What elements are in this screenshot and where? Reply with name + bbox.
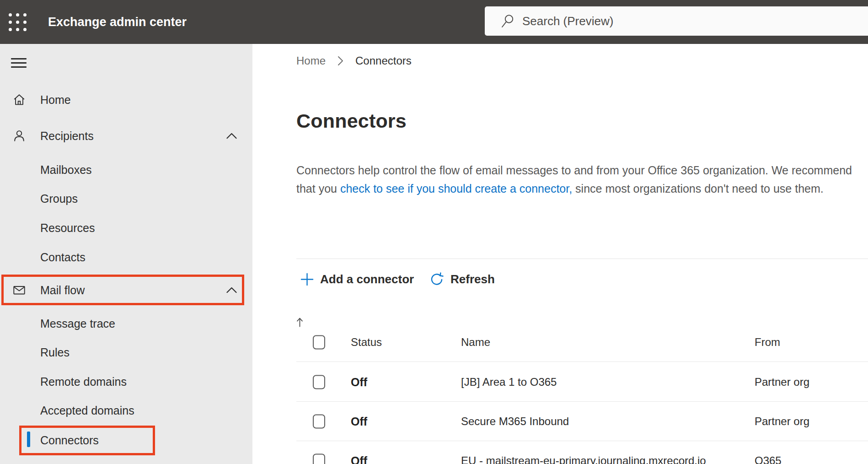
sidebar-item-label: Remote domains (40, 375, 127, 388)
sort-ascending-icon (296, 318, 868, 328)
sidebar-item-label: Recipients (40, 129, 94, 143)
sidebar-item-contacts[interactable]: Contacts (0, 246, 252, 268)
connector-status: Off (351, 454, 367, 464)
app-title: Exchange admin center (48, 0, 187, 44)
refresh-button[interactable]: Refresh (429, 269, 495, 289)
add-connector-label: Add a connector (320, 272, 414, 286)
column-header-name[interactable]: Name (461, 336, 490, 349)
description-text: since most organizations don't need to u… (572, 182, 824, 195)
main-content: Home Connectors Connectors Connectors he… (252, 44, 868, 464)
chevron-right-icon (338, 56, 343, 66)
sidebar-item-accepted-domains[interactable]: Accepted domains (0, 399, 252, 421)
screen: Exchange admin center (0, 0, 868, 464)
selected-indicator-bar (27, 432, 30, 447)
column-header-from[interactable]: From (755, 336, 780, 349)
sidebar-item-label: Home (40, 93, 71, 107)
page-title: Connectors (296, 110, 407, 132)
sidebar-item-label: Resources (40, 221, 95, 235)
plus-icon (300, 272, 314, 286)
breadcrumb: Home Connectors (296, 53, 412, 69)
sidebar-item-label: Rules (40, 346, 70, 359)
add-connector-button[interactable]: Add a connector (300, 269, 414, 289)
table-row[interactable]: Off EU - mailstream-eu-primary.journalin… (296, 441, 868, 464)
sidebar-item-mailboxes[interactable]: Mailboxes (0, 159, 252, 181)
search-icon (500, 14, 515, 28)
sidebar-item-resources[interactable]: Resources (0, 217, 252, 239)
refresh-icon (429, 271, 445, 287)
search-input[interactable] (522, 14, 842, 28)
select-all-checkbox[interactable] (313, 335, 325, 349)
sidebar-item-mail-flow[interactable]: Mail flow (0, 279, 252, 301)
column-header-status[interactable]: Status (351, 336, 382, 349)
app-launcher-button[interactable] (7, 12, 27, 32)
sidebar-item-label: Accepted domains (40, 404, 134, 417)
sidebar-item-recipients[interactable]: Recipients (0, 125, 252, 147)
sidebar-item-label: Mailboxes (40, 163, 92, 177)
sidebar: Home Recipients Mailboxes Groups Reso (0, 44, 252, 464)
row-checkbox[interactable] (313, 414, 325, 428)
global-search[interactable] (485, 6, 868, 36)
create-connector-check-link[interactable]: check to see if you should create a conn… (340, 182, 572, 195)
table-row[interactable]: Off [JB] Area 1 to O365 Partner org (296, 362, 868, 402)
row-checkbox[interactable] (313, 375, 325, 389)
table-row[interactable]: Off Secure M365 Inbound Partner org (296, 402, 868, 441)
refresh-label: Refresh (450, 272, 495, 286)
connector-name: [JB] Area 1 to O365 (461, 376, 557, 388)
connector-name: Secure M365 Inbound (461, 415, 569, 428)
sidebar-item-label: Connectors (40, 434, 99, 447)
breadcrumb-current: Connectors (355, 54, 412, 67)
chevron-up-icon (226, 133, 237, 140)
hamburger-menu-button[interactable] (11, 58, 27, 68)
home-icon (12, 93, 26, 107)
sidebar-item-home[interactable]: Home (0, 89, 252, 111)
topbar: Exchange admin center (0, 0, 868, 44)
sidebar-item-message-trace[interactable]: Message trace (0, 313, 252, 335)
chevron-up-icon (226, 287, 237, 294)
connector-name: EU - mailstream-eu-primary.journaling.mx… (461, 454, 706, 464)
connector-status: Off (351, 375, 367, 388)
toolbar-divider (296, 259, 868, 259)
sidebar-item-label: Message trace (40, 317, 115, 330)
sidebar-item-groups[interactable]: Groups (0, 188, 252, 210)
breadcrumb-home-link[interactable]: Home (296, 54, 326, 67)
sidebar-item-remote-domains[interactable]: Remote domains (0, 371, 252, 393)
sidebar-item-label: Mail flow (40, 284, 85, 297)
sidebar-item-label: Contacts (40, 251, 86, 264)
connector-status: Off (351, 415, 367, 428)
page-description: Connectors help control the flow of emai… (296, 161, 855, 198)
row-checkbox[interactable] (313, 454, 325, 464)
mail-icon (12, 283, 26, 297)
table-header-row: Status Name From (296, 323, 868, 362)
connector-from: Partner org (755, 376, 809, 388)
connector-from: O365 (755, 454, 782, 464)
sidebar-item-connectors[interactable]: Connectors (0, 429, 252, 451)
person-icon (12, 129, 26, 143)
sidebar-item-label: Groups (40, 192, 78, 205)
sidebar-item-rules[interactable]: Rules (0, 341, 252, 363)
connector-from: Partner org (755, 415, 809, 428)
